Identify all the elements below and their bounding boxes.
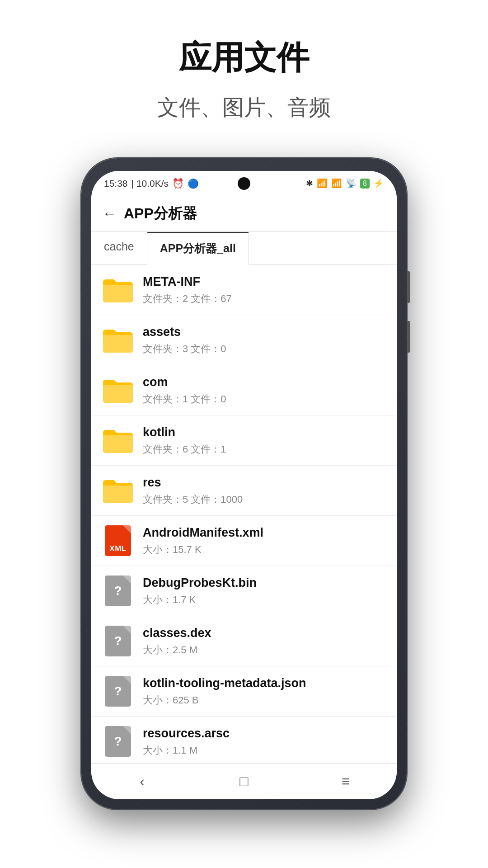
charging-icon: ⚡ (373, 178, 384, 189)
file-name: META-INF (143, 274, 386, 290)
folder-icon (102, 274, 134, 306)
file-name: res (143, 475, 386, 491)
phone-mockup: 15:38 | 10.0K/s ⏰ 🔵 ✱ 📶 📶 📡 8 ⚡ ← APP分析器 (81, 158, 407, 809)
list-item[interactable]: assets 文件夹：3 文件：0 (91, 315, 397, 365)
file-list: META-INF 文件夹：2 文件：67 assets 文件夹：3 文件：0 (91, 265, 397, 763)
alarm-icon: ⏰ (172, 178, 184, 189)
file-info: META-INF 文件夹：2 文件：67 (143, 274, 386, 305)
bottom-nav: ‹ □ ≡ (91, 763, 397, 799)
phone-screen: 15:38 | 10.0K/s ⏰ 🔵 ✱ 📶 📶 📡 8 ⚡ ← APP分析器 (91, 171, 397, 799)
file-meta: 大小：1.7 K (143, 593, 386, 607)
signal-icon: 📶 (317, 178, 328, 189)
side-button-2 (407, 321, 410, 353)
back-button[interactable]: ← (102, 205, 117, 222)
file-info: assets 文件夹：3 文件：0 (143, 324, 386, 355)
list-item[interactable]: ? DebugProbesKt.bin 大小：1.7 K (91, 566, 397, 616)
tab-all[interactable]: APP分析器_all (147, 232, 249, 265)
file-name: resources.arsc (143, 726, 386, 741)
list-item[interactable]: META-INF 文件夹：2 文件：67 (91, 265, 397, 315)
file-name: classes.dex (143, 625, 386, 641)
list-item[interactable]: com 文件夹：1 文件：0 (91, 365, 397, 415)
generic-file-icon: ? (102, 675, 134, 707)
generic-file-icon: ? (102, 726, 134, 757)
file-info: res 文件夹：5 文件：1000 (143, 475, 386, 506)
file-meta: 文件夹：5 文件：1000 (143, 493, 386, 506)
file-name: kotlin (143, 425, 386, 440)
signal-icon-2: 📶 (331, 178, 342, 189)
file-name: kotlin-tooling-metadata.json (143, 675, 386, 691)
xml-file-icon: XML (102, 525, 134, 557)
file-info: DebugProbesKt.bin 大小：1.7 K (143, 575, 386, 606)
file-name: assets (143, 324, 386, 340)
file-info: kotlin 文件夹：6 文件：1 (143, 425, 386, 456)
file-info: com 文件夹：1 文件：0 (143, 374, 386, 406)
list-item[interactable]: XML AndroidManifest.xml 大小：15.7 K (91, 516, 397, 566)
bluetooth-icon: ✱ (306, 178, 313, 189)
app-bar-title: APP分析器 (124, 204, 197, 224)
list-item[interactable]: ? kotlin-tooling-metadata.json 大小：625 B (91, 666, 397, 717)
nav-home-button[interactable]: □ (230, 768, 258, 795)
nav-back-button[interactable]: ‹ (129, 768, 156, 795)
list-item[interactable]: ? classes.dex 大小：2.5 M (91, 616, 397, 666)
file-info: kotlin-tooling-metadata.json 大小：625 B (143, 675, 386, 707)
file-meta: 大小：2.5 M (143, 643, 386, 657)
camera-notch (238, 177, 250, 190)
app-bar: ← APP分析器 (91, 196, 397, 232)
file-meta: 文件夹：1 文件：0 (143, 392, 386, 406)
battery-icon: 8 (360, 179, 370, 189)
file-meta: 大小：1.1 M (143, 744, 386, 757)
status-left: 15:38 | 10.0K/s ⏰ 🔵 (104, 178, 199, 189)
folder-icon (102, 475, 134, 506)
page-subtitle: 文件、图片、音频 (157, 93, 331, 122)
generic-file-icon: ? (102, 625, 134, 657)
status-bar: 15:38 | 10.0K/s ⏰ 🔵 ✱ 📶 📶 📡 8 ⚡ (91, 171, 397, 196)
list-item[interactable]: res 文件夹：5 文件：1000 (91, 466, 397, 516)
file-name: DebugProbesKt.bin (143, 575, 386, 591)
file-meta: 文件夹：6 文件：1 (143, 443, 386, 456)
folder-icon (102, 374, 134, 406)
speed-display: | 10.0K/s (131, 178, 169, 189)
tab-cache[interactable]: cache (91, 232, 147, 264)
tab-bar: cache APP分析器_all (91, 232, 397, 265)
file-meta: 文件夹：3 文件：0 (143, 342, 386, 356)
file-meta: 文件夹：2 文件：67 (143, 292, 386, 306)
file-name: AndroidManifest.xml (143, 525, 386, 541)
file-meta: 大小：15.7 K (143, 543, 386, 557)
time-display: 15:38 (104, 178, 128, 189)
folder-icon (102, 324, 134, 356)
status-right: ✱ 📶 📶 📡 8 ⚡ (306, 178, 384, 189)
list-item[interactable]: kotlin 文件夹：6 文件：1 (91, 415, 397, 466)
folder-icon (102, 425, 134, 456)
file-name: com (143, 374, 386, 390)
file-meta: 大小：625 B (143, 693, 386, 707)
app-icon: 🔵 (188, 178, 199, 189)
file-info: AndroidManifest.xml 大小：15.7 K (143, 525, 386, 556)
file-info: classes.dex 大小：2.5 M (143, 625, 386, 656)
camera-notch-wrapper (238, 177, 250, 190)
wifi-icon: 📡 (346, 178, 357, 189)
list-item[interactable]: ? resources.arsc 大小：1.1 M (91, 717, 397, 763)
side-button-1 (407, 271, 410, 303)
generic-file-icon: ? (102, 575, 134, 607)
page-title: 应用文件 (179, 36, 309, 80)
file-info: resources.arsc 大小：1.1 M (143, 726, 386, 757)
nav-menu-button[interactable]: ≡ (332, 768, 359, 795)
